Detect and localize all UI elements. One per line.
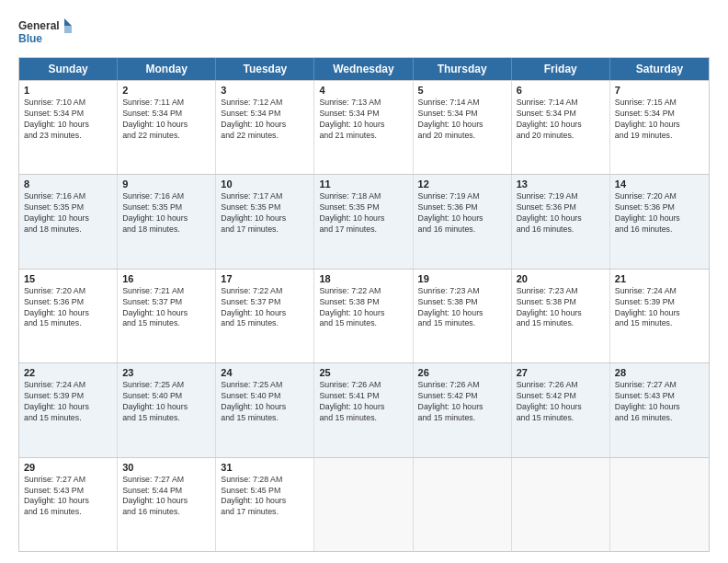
day-number: 7 xyxy=(615,85,704,96)
day-cell-4: 4Sunrise: 7:13 AMSunset: 5:34 PMDaylight… xyxy=(314,81,413,174)
day-cell-1: 1Sunrise: 7:10 AMSunset: 5:34 PMDaylight… xyxy=(19,81,118,174)
svg-marker-2 xyxy=(64,18,72,26)
calendar-row-1: 1Sunrise: 7:10 AMSunset: 5:34 PMDaylight… xyxy=(19,80,709,174)
svg-text:Blue: Blue xyxy=(18,32,42,45)
day-number: 4 xyxy=(319,85,407,96)
day-info: Sunrise: 7:14 AMSunset: 5:34 PMDaylight:… xyxy=(517,98,605,142)
day-info: Sunrise: 7:15 AMSunset: 5:34 PMDaylight:… xyxy=(615,98,704,142)
logo-svg: General Blue xyxy=(18,17,74,50)
day-info: Sunrise: 7:26 AMSunset: 5:42 PMDaylight:… xyxy=(418,380,506,424)
day-cell-16: 16Sunrise: 7:21 AMSunset: 5:37 PMDayligh… xyxy=(118,270,216,362)
calendar-row-5: 29Sunrise: 7:27 AMSunset: 5:43 PMDayligh… xyxy=(19,457,709,551)
day-number: 20 xyxy=(517,273,605,284)
header-day-sunday: Sunday xyxy=(19,58,118,80)
day-number: 19 xyxy=(418,273,506,284)
day-number: 17 xyxy=(221,273,309,284)
day-info: Sunrise: 7:25 AMSunset: 5:40 PMDaylight:… xyxy=(122,380,210,424)
day-info: Sunrise: 7:14 AMSunset: 5:34 PMDaylight:… xyxy=(418,98,506,142)
day-cell-14: 14Sunrise: 7:20 AMSunset: 5:36 PMDayligh… xyxy=(610,175,709,268)
day-cell-15: 15Sunrise: 7:20 AMSunset: 5:36 PMDayligh… xyxy=(19,270,118,362)
day-number: 1 xyxy=(24,85,112,96)
day-number: 31 xyxy=(221,462,309,473)
day-info: Sunrise: 7:19 AMSunset: 5:36 PMDaylight:… xyxy=(418,191,506,236)
day-number: 9 xyxy=(122,178,210,190)
day-cell-18: 18Sunrise: 7:22 AMSunset: 5:38 PMDayligh… xyxy=(314,270,413,362)
day-number: 23 xyxy=(122,367,210,378)
day-cell-9: 9Sunrise: 7:16 AMSunset: 5:35 PMDaylight… xyxy=(118,175,216,268)
day-info: Sunrise: 7:17 AMSunset: 5:35 PMDaylight:… xyxy=(221,191,309,236)
day-cell-31: 31Sunrise: 7:28 AMSunset: 5:45 PMDayligh… xyxy=(216,458,314,551)
day-number: 30 xyxy=(122,462,210,473)
day-info: Sunrise: 7:19 AMSunset: 5:36 PMDaylight:… xyxy=(517,191,605,236)
day-number: 15 xyxy=(24,273,112,284)
day-cell-2: 2Sunrise: 7:11 AMSunset: 5:34 PMDaylight… xyxy=(118,81,216,174)
day-info: Sunrise: 7:13 AMSunset: 5:34 PMDaylight:… xyxy=(319,98,407,142)
header: General Blue xyxy=(18,17,710,50)
day-cell-23: 23Sunrise: 7:25 AMSunset: 5:40 PMDayligh… xyxy=(118,363,216,456)
day-number: 22 xyxy=(24,367,112,378)
calendar: SundayMondayTuesdayWednesdayThursdayFrid… xyxy=(18,57,710,552)
day-number: 2 xyxy=(122,85,210,96)
day-info: Sunrise: 7:27 AMSunset: 5:44 PMDaylight:… xyxy=(122,475,210,519)
day-cell-22: 22Sunrise: 7:24 AMSunset: 5:39 PMDayligh… xyxy=(19,363,118,456)
day-cell-25: 25Sunrise: 7:26 AMSunset: 5:41 PMDayligh… xyxy=(314,363,413,456)
day-info: Sunrise: 7:26 AMSunset: 5:42 PMDaylight:… xyxy=(517,380,605,424)
calendar-header: SundayMondayTuesdayWednesdayThursdayFrid… xyxy=(19,58,709,80)
day-info: Sunrise: 7:22 AMSunset: 5:37 PMDaylight:… xyxy=(221,286,309,330)
day-cell-11: 11Sunrise: 7:18 AMSunset: 5:35 PMDayligh… xyxy=(314,175,413,268)
day-cell-3: 3Sunrise: 7:12 AMSunset: 5:34 PMDaylight… xyxy=(216,81,314,174)
day-cell-24: 24Sunrise: 7:25 AMSunset: 5:40 PMDayligh… xyxy=(216,363,314,456)
day-info: Sunrise: 7:23 AMSunset: 5:38 PMDaylight:… xyxy=(418,286,506,330)
day-info: Sunrise: 7:24 AMSunset: 5:39 PMDaylight:… xyxy=(24,380,112,424)
day-info: Sunrise: 7:16 AMSunset: 5:35 PMDaylight:… xyxy=(122,191,210,236)
day-info: Sunrise: 7:11 AMSunset: 5:34 PMDaylight:… xyxy=(122,98,210,142)
day-number: 18 xyxy=(319,273,407,284)
day-info: Sunrise: 7:26 AMSunset: 5:41 PMDaylight:… xyxy=(319,380,407,424)
calendar-row-2: 8Sunrise: 7:16 AMSunset: 5:35 PMDaylight… xyxy=(19,174,709,268)
day-cell-17: 17Sunrise: 7:22 AMSunset: 5:37 PMDayligh… xyxy=(216,270,314,362)
day-info: Sunrise: 7:23 AMSunset: 5:38 PMDaylight:… xyxy=(517,286,605,330)
day-number: 29 xyxy=(24,462,112,473)
day-info: Sunrise: 7:16 AMSunset: 5:35 PMDaylight:… xyxy=(24,191,112,236)
logo: General Blue xyxy=(18,17,74,50)
day-info: Sunrise: 7:22 AMSunset: 5:38 PMDaylight:… xyxy=(319,286,407,330)
day-info: Sunrise: 7:27 AMSunset: 5:43 PMDaylight:… xyxy=(615,380,704,424)
day-number: 8 xyxy=(24,178,112,190)
day-number: 24 xyxy=(221,367,309,378)
day-info: Sunrise: 7:25 AMSunset: 5:40 PMDaylight:… xyxy=(221,380,309,424)
day-cell-5: 5Sunrise: 7:14 AMSunset: 5:34 PMDaylight… xyxy=(414,81,512,174)
day-info: Sunrise: 7:21 AMSunset: 5:37 PMDaylight:… xyxy=(122,286,210,330)
day-number: 3 xyxy=(221,85,309,96)
day-cell-26: 26Sunrise: 7:26 AMSunset: 5:42 PMDayligh… xyxy=(414,363,512,456)
day-number: 12 xyxy=(418,178,506,190)
day-number: 14 xyxy=(615,178,704,190)
day-number: 16 xyxy=(122,273,210,284)
day-cell-29: 29Sunrise: 7:27 AMSunset: 5:43 PMDayligh… xyxy=(19,458,118,551)
day-cell-30: 30Sunrise: 7:27 AMSunset: 5:44 PMDayligh… xyxy=(118,458,216,551)
day-number: 28 xyxy=(615,367,704,378)
empty-cell xyxy=(610,458,709,551)
day-info: Sunrise: 7:20 AMSunset: 5:36 PMDaylight:… xyxy=(24,286,112,330)
day-info: Sunrise: 7:20 AMSunset: 5:36 PMDaylight:… xyxy=(615,191,704,236)
header-day-wednesday: Wednesday xyxy=(314,58,413,80)
day-cell-10: 10Sunrise: 7:17 AMSunset: 5:35 PMDayligh… xyxy=(216,175,314,268)
empty-cell xyxy=(314,458,413,551)
day-info: Sunrise: 7:27 AMSunset: 5:43 PMDaylight:… xyxy=(24,475,112,519)
day-number: 26 xyxy=(418,367,506,378)
day-number: 25 xyxy=(319,367,407,378)
empty-cell xyxy=(512,458,610,551)
day-info: Sunrise: 7:18 AMSunset: 5:35 PMDaylight:… xyxy=(319,191,407,236)
calendar-row-4: 22Sunrise: 7:24 AMSunset: 5:39 PMDayligh… xyxy=(19,362,709,456)
day-info: Sunrise: 7:28 AMSunset: 5:45 PMDaylight:… xyxy=(221,475,309,519)
svg-text:General: General xyxy=(18,19,60,32)
day-cell-8: 8Sunrise: 7:16 AMSunset: 5:35 PMDaylight… xyxy=(19,175,118,268)
day-cell-27: 27Sunrise: 7:26 AMSunset: 5:42 PMDayligh… xyxy=(512,363,610,456)
day-cell-13: 13Sunrise: 7:19 AMSunset: 5:36 PMDayligh… xyxy=(512,175,610,268)
calendar-body: 1Sunrise: 7:10 AMSunset: 5:34 PMDaylight… xyxy=(19,80,709,551)
day-cell-28: 28Sunrise: 7:27 AMSunset: 5:43 PMDayligh… xyxy=(610,363,709,456)
day-cell-20: 20Sunrise: 7:23 AMSunset: 5:38 PMDayligh… xyxy=(512,270,610,362)
day-info: Sunrise: 7:12 AMSunset: 5:34 PMDaylight:… xyxy=(221,98,309,142)
page: General Blue SundayMondayTuesdayWednesda… xyxy=(0,0,728,563)
day-number: 10 xyxy=(221,178,309,190)
day-cell-21: 21Sunrise: 7:24 AMSunset: 5:39 PMDayligh… xyxy=(610,270,709,362)
